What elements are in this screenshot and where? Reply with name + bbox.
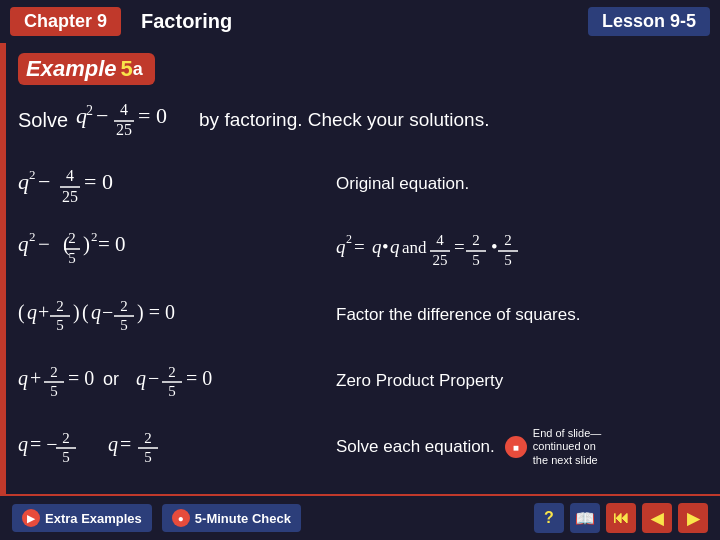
stop-label: ■ bbox=[513, 442, 519, 453]
eq2-svg: q 2 − ( 2 5 ) 2 = 0 bbox=[18, 219, 163, 277]
svg-text:2: 2 bbox=[50, 364, 58, 380]
svg-text:4: 4 bbox=[66, 167, 74, 184]
math-row3-left: ( q + 2 5 ) ( q − 2 5 ) = 0 bbox=[18, 287, 318, 343]
svg-text:5: 5 bbox=[472, 252, 480, 268]
svg-text:−: − bbox=[96, 103, 108, 128]
back-button[interactable]: ◀ bbox=[642, 503, 672, 533]
svg-text:or: or bbox=[103, 369, 119, 389]
back-start-button[interactable]: ⏮ bbox=[606, 503, 636, 533]
svg-text:q: q bbox=[18, 232, 29, 256]
svg-text:+: + bbox=[38, 301, 49, 323]
help-icon: ? bbox=[544, 509, 554, 527]
math-row5-right: Solve each equation. ■ End of slide—cont… bbox=[336, 427, 702, 467]
svg-text:= 0: = 0 bbox=[186, 367, 212, 389]
eq5-svg: q = − 2 5 q = 2 5 bbox=[18, 419, 298, 475]
math-row2-right: q 2 = q • q and 4 25 = 2 5 • bbox=[336, 221, 702, 276]
topic-title: Factoring bbox=[141, 10, 232, 33]
svg-text:= 0: = 0 bbox=[138, 103, 167, 128]
example-letter: a bbox=[133, 59, 143, 80]
svg-text:q: q bbox=[18, 367, 28, 390]
main-content: Example 5 a Solve q 2 − 4 25 = 0 by fact… bbox=[0, 43, 720, 493]
svg-text:4: 4 bbox=[436, 232, 444, 248]
svg-text:(: ( bbox=[18, 301, 25, 324]
help-button[interactable]: ? bbox=[534, 503, 564, 533]
svg-text:2: 2 bbox=[504, 232, 512, 248]
left-accent bbox=[0, 43, 6, 494]
five-min-check-label: 5-Minute Check bbox=[195, 511, 291, 526]
five-min-check-icon: ● bbox=[172, 509, 190, 527]
example-number: 5 bbox=[121, 56, 133, 82]
math-row4-left: q + 2 5 = 0 or q − 2 5 = 0 bbox=[18, 353, 318, 409]
svg-text:= 0: = 0 bbox=[98, 232, 126, 256]
five-min-check-button[interactable]: ● 5-Minute Check bbox=[162, 504, 301, 532]
svg-text:25: 25 bbox=[433, 252, 448, 268]
svg-text:2: 2 bbox=[472, 232, 480, 248]
back-start-icon: ⏮ bbox=[613, 509, 629, 527]
forward-button[interactable]: ▶ bbox=[678, 503, 708, 533]
svg-text:2: 2 bbox=[168, 364, 176, 380]
end-of-slide: ■ End of slide—continued onthe next slid… bbox=[505, 427, 601, 467]
svg-text:−: − bbox=[38, 232, 50, 256]
svg-text:2: 2 bbox=[144, 430, 152, 446]
svg-text:2: 2 bbox=[29, 229, 36, 244]
svg-text:q: q bbox=[27, 301, 37, 324]
eq2-right-svg: q 2 = q • q and 4 25 = 2 5 • bbox=[336, 221, 586, 276]
back-icon: ◀ bbox=[651, 509, 663, 528]
top-bar: Chapter 9 Factoring Lesson 9-5 bbox=[0, 0, 720, 43]
solve-label: Solve bbox=[18, 109, 68, 132]
svg-text:q: q bbox=[18, 169, 29, 194]
math-row3-right: Factor the difference of squares. bbox=[336, 305, 702, 325]
svg-text:and: and bbox=[402, 238, 427, 257]
forward-icon: ▶ bbox=[687, 509, 699, 528]
math-row1-right: Original equation. bbox=[336, 174, 702, 194]
svg-text:5: 5 bbox=[50, 383, 58, 399]
svg-text:q: q bbox=[91, 301, 101, 324]
svg-text:2: 2 bbox=[86, 103, 93, 118]
solve-line: Solve q 2 − 4 25 = 0 by factoring. Check… bbox=[18, 95, 702, 145]
svg-text:25: 25 bbox=[62, 188, 78, 205]
svg-text:(: ( bbox=[82, 301, 89, 324]
chapter-badge: Chapter 9 bbox=[10, 7, 121, 36]
svg-text:): ) bbox=[83, 232, 90, 256]
content-rows: q 2 − 4 25 = 0 Original equation. q 2 bbox=[18, 159, 702, 475]
svg-text:•: • bbox=[491, 236, 498, 257]
svg-text:=: = bbox=[454, 236, 465, 257]
svg-text:=: = bbox=[354, 236, 365, 257]
solve-description: by factoring. Check your solutions. bbox=[199, 109, 489, 131]
annotation-factor: Factor the difference of squares. bbox=[336, 305, 580, 325]
row-original: q 2 − 4 25 = 0 Original equation. bbox=[18, 159, 702, 209]
row-substitution: q 2 − ( 2 5 ) 2 = 0 q 2 bbox=[18, 219, 702, 277]
svg-text:): ) bbox=[73, 301, 80, 324]
svg-text:) = 0: ) = 0 bbox=[137, 301, 175, 324]
math-row5-left: q = − 2 5 q = 2 5 bbox=[18, 419, 318, 475]
stop-icon: ■ bbox=[505, 436, 527, 458]
svg-text:5: 5 bbox=[62, 449, 70, 465]
book-icon: 📖 bbox=[575, 509, 595, 528]
svg-text:25: 25 bbox=[116, 121, 132, 138]
svg-text:q: q bbox=[372, 236, 382, 257]
example-label: Example bbox=[26, 56, 117, 82]
svg-text:+: + bbox=[30, 367, 41, 389]
svg-text:q: q bbox=[390, 236, 400, 257]
main-equation-svg: q 2 − 4 25 = 0 bbox=[76, 95, 191, 145]
annotation-zero-product: Zero Product Property bbox=[336, 371, 503, 391]
extra-examples-button[interactable]: ▶ Extra Examples bbox=[12, 504, 152, 532]
svg-text:= 0: = 0 bbox=[68, 367, 94, 389]
book-button[interactable]: 📖 bbox=[570, 503, 600, 533]
svg-text:4: 4 bbox=[120, 101, 128, 118]
svg-text:q: q bbox=[336, 236, 346, 257]
svg-text:= 0: = 0 bbox=[84, 169, 113, 194]
eq1-svg: q 2 − 4 25 = 0 bbox=[18, 159, 148, 209]
eq3-svg: ( q + 2 5 ) ( q − 2 5 ) = 0 bbox=[18, 287, 218, 343]
row-solutions: q = − 2 5 q = 2 5 Solve each equation. bbox=[18, 419, 702, 475]
row-zero-product: q + 2 5 = 0 or q − 2 5 = 0 bbox=[18, 353, 702, 409]
top-bar-left: Chapter 9 Factoring bbox=[10, 7, 232, 36]
svg-text:−: − bbox=[38, 169, 50, 194]
svg-text:2: 2 bbox=[120, 298, 128, 314]
svg-text:5: 5 bbox=[68, 250, 76, 266]
example-badge: Example 5 a bbox=[18, 53, 155, 85]
lesson-badge: Lesson 9-5 bbox=[588, 7, 710, 36]
end-slide-text: End of slide—continued onthe next slide bbox=[533, 427, 601, 467]
bottom-bar: ▶ Extra Examples ● 5-Minute Check ? 📖 ⏮ … bbox=[0, 494, 720, 540]
annotation-solve-each: Solve each equation. bbox=[336, 437, 495, 457]
